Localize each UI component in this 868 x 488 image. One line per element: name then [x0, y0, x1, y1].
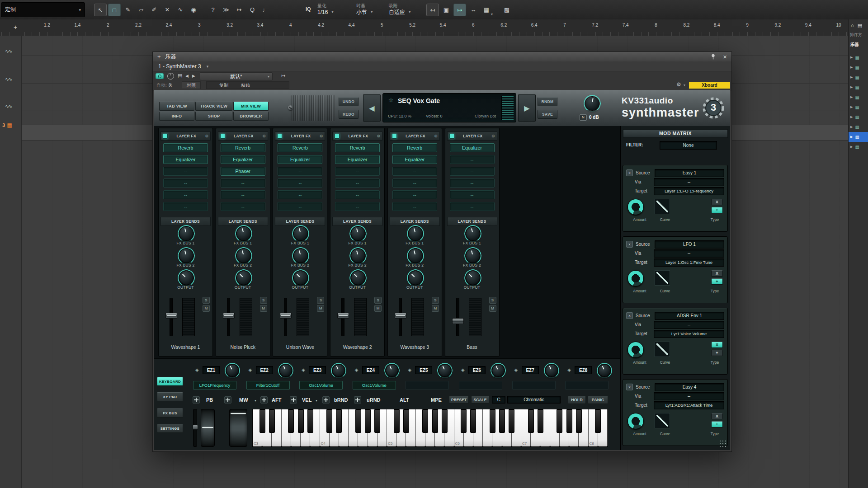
- add-track-icon[interactable]: +: [14, 23, 17, 31]
- insert-next-icon[interactable]: ↦: [281, 73, 285, 79]
- fx-slot[interactable]: Reverb: [163, 143, 208, 152]
- ez-knob[interactable]: [332, 364, 345, 377]
- fader-handle[interactable]: [223, 313, 235, 319]
- chevron-down-icon[interactable]: ▾: [316, 399, 317, 403]
- browser-item[interactable]: ▶▦: [849, 102, 868, 112]
- master-volume-knob[interactable]: [585, 96, 599, 111]
- quantize-value[interactable]: 1/16: [317, 9, 328, 16]
- solo-button[interactable]: S: [489, 297, 496, 304]
- fx-slot[interactable]: --: [335, 167, 380, 176]
- fx-slot[interactable]: --: [335, 202, 380, 211]
- delete-mod-button[interactable]: x: [626, 312, 633, 319]
- delete-mod-button[interactable]: x: [626, 241, 633, 248]
- fx-slot[interactable]: --: [450, 167, 495, 176]
- mute-button[interactable]: M: [203, 305, 210, 312]
- quantize-field[interactable]: 量化 1/16 ▾: [317, 3, 334, 16]
- black-key[interactable]: [595, 409, 601, 433]
- expand-arrow-icon[interactable]: ▶: [850, 145, 853, 149]
- ez-assignment[interactable]: Filter1Cutoff: [246, 381, 290, 389]
- black-key[interactable]: [461, 409, 467, 433]
- fx-slot[interactable]: --: [278, 190, 322, 199]
- mod-curve-button[interactable]: [655, 413, 670, 428]
- black-key[interactable]: [528, 409, 534, 433]
- resize-handle[interactable]: [719, 440, 727, 448]
- snap-value[interactable]: 自适应: [389, 9, 405, 16]
- chevron-down-icon[interactable]: ▾: [331, 9, 334, 14]
- chevron-down-icon[interactable]: ▾: [684, 83, 685, 87]
- redo-button[interactable]: REDO: [339, 110, 359, 119]
- move-icon[interactable]: [322, 396, 330, 404]
- fx-slot[interactable]: Phaser: [221, 167, 265, 176]
- fx-slot[interactable]: Reverb: [278, 143, 322, 152]
- black-key[interactable]: [432, 409, 438, 433]
- gear-icon[interactable]: ⊛: [262, 134, 266, 138]
- black-key[interactable]: [566, 409, 572, 433]
- mute-button[interactable]: M: [317, 305, 324, 312]
- metronome-tool[interactable]: ♩: [259, 4, 271, 15]
- type-x-button[interactable]: X: [711, 199, 723, 205]
- mod-amount-knob[interactable]: [627, 342, 644, 358]
- save-button[interactable]: SAVE: [538, 110, 557, 119]
- snap-to-end-icon[interactable]: ↦: [453, 4, 466, 16]
- browser-item[interactable]: ▶▦: [849, 142, 868, 152]
- fx-slot[interactable]: --: [392, 167, 437, 176]
- timeline-ruler[interactable]: + 1.21.422.22.433.23.444.24.455.25.466.2…: [0, 19, 848, 36]
- ez-knob[interactable]: [492, 364, 505, 377]
- tab-mix-view[interactable]: MIX VIEW: [233, 102, 269, 111]
- randomize-button[interactable]: RNDM: [538, 97, 557, 106]
- keyboard-tab-button[interactable]: KEYBOARD: [157, 377, 183, 386]
- panic-button[interactable]: PANIC: [588, 396, 608, 404]
- black-key[interactable]: [394, 409, 400, 433]
- tab-info[interactable]: INFO: [159, 112, 194, 121]
- snap-to-start-icon[interactable]: ↤: [426, 4, 439, 16]
- send-knob[interactable]: [179, 226, 193, 241]
- move-icon[interactable]: [290, 396, 297, 404]
- fx-slot[interactable]: --: [450, 178, 495, 188]
- eraser-tool[interactable]: ▱: [135, 4, 147, 15]
- black-key[interactable]: [326, 409, 332, 433]
- type-plus-button[interactable]: +: [711, 207, 723, 213]
- next-preset-button[interactable]: ▶: [518, 94, 536, 122]
- follow-tool[interactable]: ≫: [220, 4, 232, 15]
- listen-tool[interactable]: ◉: [188, 4, 199, 15]
- black-key[interactable]: [538, 409, 543, 433]
- mod-via-dropdown[interactable]: --: [654, 392, 724, 400]
- fx-slot[interactable]: --: [335, 178, 380, 188]
- fx-power-toggle[interactable]: [163, 134, 168, 139]
- mod-target-dropdown[interactable]: Lyr1:ADSR1:Attack Time: [654, 401, 724, 409]
- mod-target-dropdown[interactable]: Layer 1:LFO 1:Frequency: [654, 187, 724, 195]
- mute-button[interactable]: M: [260, 305, 267, 312]
- ez-knob[interactable]: [598, 364, 611, 377]
- mini-knob-icon[interactable]: [167, 73, 174, 80]
- undo-button[interactable]: UNDO: [339, 97, 359, 106]
- solo-button[interactable]: S: [432, 297, 439, 304]
- pitch-slider[interactable]: [193, 409, 197, 447]
- delete-mod-button[interactable]: x: [626, 169, 633, 176]
- expand-arrow-icon[interactable]: ▶: [850, 95, 853, 99]
- fader-handle[interactable]: [165, 313, 177, 319]
- black-key[interactable]: [499, 409, 505, 433]
- mod-curve-button[interactable]: [655, 199, 670, 214]
- type-x-button[interactable]: X: [711, 413, 723, 419]
- browser-item[interactable]: ▶▦: [849, 82, 868, 92]
- timebase-field[interactable]: 时基 小节 ▾: [356, 3, 373, 16]
- copy-button[interactable]: 复制: [219, 82, 228, 89]
- black-key[interactable]: [298, 409, 304, 433]
- send-knob[interactable]: [179, 249, 193, 263]
- black-key[interactable]: [557, 409, 562, 433]
- split-tool[interactable]: ✎: [122, 4, 134, 15]
- mod-amount-knob[interactable]: [627, 199, 644, 215]
- move-icon[interactable]: [354, 396, 361, 404]
- prev-preset-button[interactable]: ◀: [363, 94, 381, 122]
- pin-icon[interactable]: [711, 54, 716, 60]
- gear-icon[interactable]: ⊛: [320, 134, 323, 138]
- fx-slot[interactable]: --: [278, 202, 322, 211]
- ez-config-icon[interactable]: ◈: [408, 367, 411, 372]
- fx-slot[interactable]: --: [163, 167, 208, 176]
- fx-slot[interactable]: --: [221, 202, 265, 211]
- browser-item[interactable]: ▶▦: [849, 112, 868, 122]
- mod-via-dropdown[interactable]: --: [654, 178, 724, 186]
- ez-knob[interactable]: [545, 364, 558, 377]
- mod-curve-button[interactable]: [655, 270, 670, 286]
- preset-button[interactable]: PRESET: [449, 396, 469, 404]
